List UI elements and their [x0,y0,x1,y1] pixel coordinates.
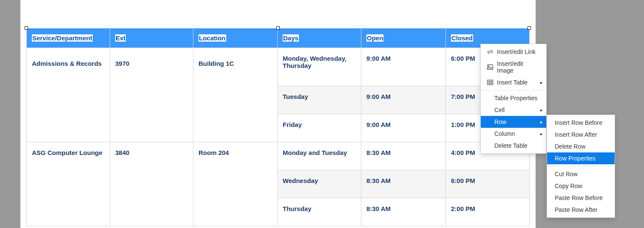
menu-separator [481,90,546,90]
resize-handle-ne[interactable] [528,26,531,30]
th-days-label: Days [283,34,299,42]
cell-days[interactable]: Friday [278,114,361,142]
image-icon [487,64,494,70]
menu-cut-row[interactable]: Cut Row [547,168,615,180]
table-selection-wrapper: Service/Department Ext Location Days Ope… [26,28,530,226]
cell-location[interactable]: Building 1C [193,48,278,142]
cell-days[interactable]: Monday, Wednesday, Thursday [278,48,361,86]
th-closed-label: Closed [451,34,473,42]
th-ext[interactable]: Ext [110,28,193,48]
menu-paste-row-after[interactable]: Paste Row After [547,204,615,216]
menu-row[interactable]: Row ▸ [481,116,546,128]
cell-service[interactable]: Admissions & Records [27,48,110,142]
menu-label: Row [494,118,506,125]
menu-insert-row-after[interactable]: Insert Row After [547,129,615,141]
cell-days[interactable]: Thursday [278,198,361,226]
cell-days[interactable]: Monday and Tuesday [278,142,361,170]
submenu-arrow-icon: ▸ [540,131,543,137]
context-menu-row-submenu: Insert Row Before Insert Row After Delet… [547,115,615,218]
submenu-arrow-icon: ▸ [540,107,543,113]
th-open-label: Open [366,34,383,42]
cell-closed[interactable]: 6:00 PM [446,170,530,198]
cell-open[interactable]: 8:30 AM [361,142,446,170]
menu-table-properties[interactable]: Table Properties [481,92,546,104]
cell-open[interactable]: 8:30 AM [361,170,446,198]
svg-point-1 [488,66,489,67]
menu-label: Cell [494,107,505,113]
menu-row-properties[interactable]: Row Properties [547,152,615,164]
cell-service[interactable]: ASG Computer Lounge [27,142,110,226]
table-row[interactable]: ASG Computer Lounge 3840 Room 204 Monday… [27,142,530,170]
menu-label: Insert Row Before [555,119,602,126]
th-service[interactable]: Service/Department [27,28,110,48]
cell-days[interactable]: Wednesday [278,170,361,198]
menu-label: Insert/edit Image [497,60,540,74]
table-header-row[interactable]: Service/Department Ext Location Days Ope… [27,28,530,48]
menu-label: Copy Row [555,183,582,189]
cell-open[interactable]: 9:00 AM [361,86,446,114]
table-body: Admissions & Records 3970 Building 1C Mo… [27,48,530,226]
cell-closed[interactable]: 2:00 PM [446,198,530,226]
menu-label: Cut Row [555,171,578,177]
cell-open[interactable]: 9:00 AM [361,48,446,86]
cell-open[interactable]: 8:30 AM [361,198,446,226]
menu-label: Delete Row [555,143,585,150]
svg-rect-0 [488,65,493,70]
resize-handle-n[interactable] [276,26,280,30]
menu-label: Paste Row After [555,206,597,213]
menu-insert-table[interactable]: Insert Table ▸ [481,76,546,88]
resize-handle-nw[interactable] [25,26,28,30]
menu-label: Insert Row After [555,131,597,138]
context-menu-main: Insert/edit Link Insert/edit Image Inser… [480,44,547,154]
menu-label: Column [494,130,515,137]
cell-open[interactable]: 9:00 AM [361,114,446,142]
th-days[interactable]: Days [278,28,361,48]
table-row[interactable]: Admissions & Records 3970 Building 1C Mo… [27,48,530,86]
table-icon [487,79,494,86]
cell-ext[interactable]: 3840 [110,142,193,226]
menu-label: Paste Row Before [555,194,603,201]
th-ext-label: Ext [115,34,126,42]
link-icon [487,48,494,55]
svg-rect-2 [488,80,493,85]
menu-label: Delete Table [494,142,528,149]
menu-separator [547,166,615,166]
submenu-arrow-icon: ▸ [540,119,543,125]
cell-location[interactable]: Room 204 [193,142,278,226]
menu-cell[interactable]: Cell ▸ [481,104,546,116]
menu-insert-row-before[interactable]: Insert Row Before [547,117,615,129]
menu-label: Insert/edit Link [497,48,536,55]
th-location[interactable]: Location [193,28,278,48]
menu-copy-row[interactable]: Copy Row [547,180,615,192]
menu-column[interactable]: Column ▸ [481,128,546,140]
menu-label: Row Properties [555,155,596,162]
submenu-arrow-icon: ▸ [540,80,543,85]
menu-label: Table Properties [494,95,537,101]
menu-label: Insert Table [497,79,528,86]
cell-days[interactable]: Tuesday [278,86,361,114]
th-location-label: Location [199,34,226,42]
menu-delete-table[interactable]: Delete Table [481,140,546,152]
menu-paste-row-before[interactable]: Paste Row Before [547,192,615,204]
menu-delete-row[interactable]: Delete Row [547,141,615,152]
cell-ext[interactable]: 3970 [110,48,193,142]
menu-insert-link[interactable]: Insert/edit Link [481,46,546,58]
editor-page: Service/Department Ext Location Days Ope… [20,0,536,228]
menu-insert-image[interactable]: Insert/edit Image [481,58,546,76]
th-open[interactable]: Open [361,28,446,48]
services-table[interactable]: Service/Department Ext Location Days Ope… [26,28,530,226]
th-service-label: Service/Department [32,34,93,42]
